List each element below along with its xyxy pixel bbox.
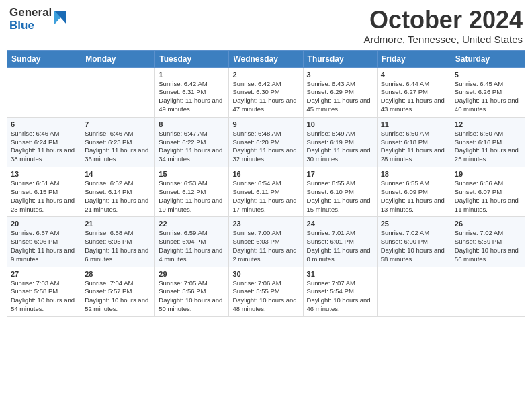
logo-icon [53,8,68,30]
calendar-cell: 30Sunrise: 7:06 AM Sunset: 5:55 PM Dayli… [229,267,303,316]
calendar-cell: 3Sunrise: 6:43 AM Sunset: 6:29 PM Daylig… [303,67,377,117]
day-number: 12 [455,120,521,128]
cell-content: Sunrise: 6:46 AM Sunset: 6:23 PM Dayligh… [85,130,151,164]
calendar-cell: 27Sunrise: 7:03 AM Sunset: 5:58 PM Dayli… [7,267,81,316]
logo: General Blue [9,7,68,32]
cell-content: Sunrise: 6:55 AM Sunset: 6:10 PM Dayligh… [307,179,373,214]
calendar-cell [377,267,451,316]
calendar-cell [451,267,525,316]
cell-content: Sunrise: 7:02 AM Sunset: 6:00 PM Dayligh… [381,229,447,263]
calendar-cell: 19Sunrise: 6:56 AM Sunset: 6:07 PM Dayli… [451,167,525,217]
day-number: 2 [232,71,299,79]
day-number: 8 [159,120,225,128]
cell-content: Sunrise: 6:53 AM Sunset: 6:12 PM Dayligh… [159,179,225,214]
day-number: 18 [381,170,447,178]
calendar-cell: 7Sunrise: 6:46 AM Sunset: 6:23 PM Daylig… [81,117,155,167]
calendar-cell: 29Sunrise: 7:05 AM Sunset: 5:56 PM Dayli… [155,267,229,316]
calendar-cell: 21Sunrise: 6:58 AM Sunset: 6:05 PM Dayli… [81,217,155,267]
calendar-cell: 24Sunrise: 7:01 AM Sunset: 6:01 PM Dayli… [303,217,377,267]
cell-content: Sunrise: 7:01 AM Sunset: 6:01 PM Dayligh… [307,229,373,263]
day-number: 31 [307,270,373,278]
cell-content: Sunrise: 6:45 AM Sunset: 6:26 PM Dayligh… [455,80,521,114]
cell-content: Sunrise: 7:00 AM Sunset: 6:03 PM Dayligh… [232,229,299,263]
day-number: 14 [85,170,151,178]
cell-content: Sunrise: 7:06 AM Sunset: 5:55 PM Dayligh… [232,279,299,314]
day-number: 7 [85,120,151,128]
page-header: General Blue October 2024 Ardmore, Tenne… [7,7,525,45]
title-block: October 2024 Ardmore, Tennessee, United … [363,7,523,45]
calendar-cell [81,67,155,117]
cell-content: Sunrise: 6:47 AM Sunset: 6:22 PM Dayligh… [159,130,225,164]
calendar-cell: 16Sunrise: 6:54 AM Sunset: 6:11 PM Dayli… [229,167,303,217]
calendar-cell: 17Sunrise: 6:55 AM Sunset: 6:10 PM Dayli… [303,167,377,217]
cell-content: Sunrise: 7:03 AM Sunset: 5:58 PM Dayligh… [11,279,77,314]
cell-content: Sunrise: 6:57 AM Sunset: 6:06 PM Dayligh… [11,229,77,263]
calendar-cell: 20Sunrise: 6:57 AM Sunset: 6:06 PM Dayli… [7,217,81,267]
calendar-cell: 9Sunrise: 6:48 AM Sunset: 6:20 PM Daylig… [229,117,303,167]
cell-content: Sunrise: 6:54 AM Sunset: 6:11 PM Dayligh… [232,179,299,214]
cell-content: Sunrise: 7:04 AM Sunset: 5:57 PM Dayligh… [85,279,151,314]
calendar-week-row: 13Sunrise: 6:51 AM Sunset: 6:15 PM Dayli… [7,167,525,217]
day-number: 28 [85,270,151,278]
day-number: 10 [307,120,373,128]
header-sunday: Sunday [7,50,81,67]
day-number: 1 [159,71,225,79]
calendar-cell: 28Sunrise: 7:04 AM Sunset: 5:57 PM Dayli… [81,267,155,316]
calendar-cell: 14Sunrise: 6:52 AM Sunset: 6:14 PM Dayli… [81,167,155,217]
logo-text: General Blue [9,7,52,32]
calendar-week-row: 27Sunrise: 7:03 AM Sunset: 5:58 PM Dayli… [7,267,525,316]
calendar-cell: 2Sunrise: 6:42 AM Sunset: 6:30 PM Daylig… [229,67,303,117]
calendar-cell: 8Sunrise: 6:47 AM Sunset: 6:22 PM Daylig… [155,117,229,167]
cell-content: Sunrise: 6:48 AM Sunset: 6:20 PM Dayligh… [232,130,299,164]
calendar-cell: 12Sunrise: 6:50 AM Sunset: 6:16 PM Dayli… [451,117,525,167]
day-number: 11 [381,120,447,128]
calendar-cell: 6Sunrise: 6:46 AM Sunset: 6:24 PM Daylig… [7,117,81,167]
calendar-table: SundayMondayTuesdayWednesdayThursdayFrid… [7,50,525,317]
month-title: October 2024 [363,7,523,34]
calendar-week-row: 1Sunrise: 6:42 AM Sunset: 6:31 PM Daylig… [7,67,525,117]
header-saturday: Saturday [451,50,525,67]
day-number: 29 [159,270,225,278]
day-number: 20 [11,220,77,228]
calendar-header-row: SundayMondayTuesdayWednesdayThursdayFrid… [7,50,525,67]
calendar-cell: 1Sunrise: 6:42 AM Sunset: 6:31 PM Daylig… [155,67,229,117]
cell-content: Sunrise: 6:49 AM Sunset: 6:19 PM Dayligh… [307,130,373,164]
day-number: 5 [455,71,521,79]
cell-content: Sunrise: 6:50 AM Sunset: 6:18 PM Dayligh… [381,130,447,164]
calendar-cell: 26Sunrise: 7:02 AM Sunset: 5:59 PM Dayli… [451,217,525,267]
day-number: 25 [381,220,447,228]
header-wednesday: Wednesday [229,50,303,67]
day-number: 27 [11,270,77,278]
header-thursday: Thursday [303,50,377,67]
day-number: 24 [307,220,373,228]
day-number: 26 [455,220,521,228]
day-number: 21 [85,220,151,228]
cell-content: Sunrise: 6:58 AM Sunset: 6:05 PM Dayligh… [85,229,151,263]
day-number: 13 [11,170,77,178]
logo-blue: Blue [9,19,52,32]
header-friday: Friday [377,50,451,67]
cell-content: Sunrise: 6:50 AM Sunset: 6:16 PM Dayligh… [455,130,521,164]
day-number: 30 [232,270,299,278]
cell-content: Sunrise: 6:42 AM Sunset: 6:31 PM Dayligh… [159,80,225,114]
calendar-cell: 5Sunrise: 6:45 AM Sunset: 6:26 PM Daylig… [451,67,525,117]
logo-general: General [9,7,52,19]
cell-content: Sunrise: 6:59 AM Sunset: 6:04 PM Dayligh… [159,229,225,263]
cell-content: Sunrise: 6:51 AM Sunset: 6:15 PM Dayligh… [11,179,77,214]
cell-content: Sunrise: 6:55 AM Sunset: 6:09 PM Dayligh… [381,179,447,214]
day-number: 22 [159,220,225,228]
day-number: 9 [232,120,299,128]
calendar-cell: 18Sunrise: 6:55 AM Sunset: 6:09 PM Dayli… [377,167,451,217]
calendar-week-row: 20Sunrise: 6:57 AM Sunset: 6:06 PM Dayli… [7,217,525,267]
calendar-cell: 31Sunrise: 7:07 AM Sunset: 5:54 PM Dayli… [303,267,377,316]
calendar-cell: 25Sunrise: 7:02 AM Sunset: 6:00 PM Dayli… [377,217,451,267]
cell-content: Sunrise: 7:07 AM Sunset: 5:54 PM Dayligh… [307,279,373,314]
calendar-cell [7,67,81,117]
day-number: 23 [232,220,299,228]
cell-content: Sunrise: 6:42 AM Sunset: 6:30 PM Dayligh… [232,80,299,114]
cell-content: Sunrise: 6:46 AM Sunset: 6:24 PM Dayligh… [11,130,77,164]
calendar-cell: 4Sunrise: 6:44 AM Sunset: 6:27 PM Daylig… [377,67,451,117]
cell-content: Sunrise: 7:02 AM Sunset: 5:59 PM Dayligh… [455,229,521,263]
cell-content: Sunrise: 7:05 AM Sunset: 5:56 PM Dayligh… [159,279,225,314]
cell-content: Sunrise: 6:43 AM Sunset: 6:29 PM Dayligh… [307,80,373,114]
